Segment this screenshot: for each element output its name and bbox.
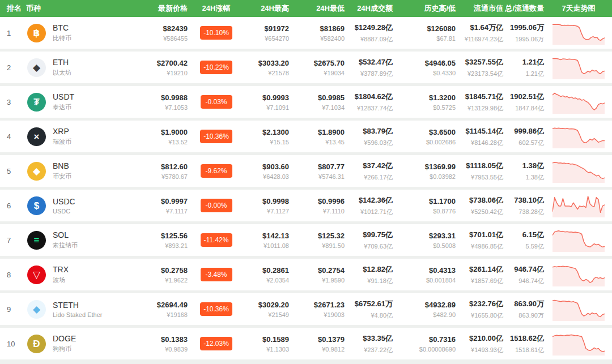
mcap-usd: $738.06亿 xyxy=(457,195,503,205)
low-usd: $2671.23 xyxy=(290,301,345,309)
coin-cell: Ð DOGE 狗狗币 xyxy=(23,334,136,353)
header-24h-volume[interactable]: 24H成交额 xyxy=(346,3,394,14)
volume-cny: ¥596.03亿 xyxy=(346,139,393,147)
high-usd: $2.1300 xyxy=(244,128,289,136)
hist-high-low-cell: $1.3200 $0.5725 xyxy=(394,93,457,111)
supply-circulating: 738.28亿 xyxy=(504,208,544,216)
trend-cell xyxy=(545,122,612,151)
coin-names: XRP 瑞波币 xyxy=(53,127,71,146)
market-cap-cell: $1.64万亿 ¥116974.23亿 xyxy=(457,23,504,44)
coin-symbol: STETH xyxy=(53,301,102,310)
sparkline-chart xyxy=(552,88,605,114)
header-24h-low[interactable]: 24H最低 xyxy=(290,3,346,14)
hist-low: $0.8776 xyxy=(394,208,456,215)
change-badge: -11.42% xyxy=(201,233,232,247)
high-usd: $903.60 xyxy=(244,162,289,171)
sparkline-chart xyxy=(552,53,605,79)
table-row[interactable]: 1 ฿ BTC 比特币 $82439 ¥586455 -10.10% $9197… xyxy=(0,17,612,49)
volume-usd: $83.79亿 xyxy=(346,126,393,136)
table-row[interactable]: 10 Ð DOGE 狗狗币 $0.1383 ¥0.9839 -12.03% $0… xyxy=(0,328,612,359)
table-row[interactable]: 4 × XRP 瑞波币 $1.9000 ¥13.52 -10.36% $2.13… xyxy=(0,121,612,152)
mcap-cny: ¥8146.28亿 xyxy=(457,139,503,147)
table-row[interactable]: 3 ₮ USDT 泰达币 $0.9988 ¥7.1053 -0.03% $0.9… xyxy=(0,86,612,118)
header-market-cap[interactable]: 流通市值 xyxy=(457,3,504,14)
coin-names: USDC USDC xyxy=(53,197,75,215)
header-rank[interactable]: 排名 xyxy=(0,3,23,14)
sparkline-chart xyxy=(552,191,605,217)
high-cny: ¥21578 xyxy=(244,70,289,76)
header-supply[interactable]: 总/流通数量 xyxy=(504,3,545,14)
change-badge: -12.03% xyxy=(200,337,232,350)
low-usd: $0.9996 xyxy=(290,197,345,205)
change-badge: -0.03% xyxy=(201,95,232,109)
high-usd: $0.1589 xyxy=(244,335,289,344)
sparkline-chart xyxy=(552,260,605,286)
coin-symbol: SOL xyxy=(53,230,78,239)
price-usd: $82439 xyxy=(136,24,188,33)
low-cny: ¥19003 xyxy=(290,311,345,318)
change-cell: -10.10% xyxy=(189,26,244,40)
price-usd: $0.9988 xyxy=(136,93,188,102)
trend-cell xyxy=(545,295,612,323)
table-row[interactable]: 8 ▽ TRX 波场 $0.2758 ¥1.9622 -3.48% $0.286… xyxy=(0,259,612,290)
coin-names: SOL 索拉纳币 xyxy=(53,230,78,250)
header-hist-high-low[interactable]: 历史高/低 xyxy=(394,3,457,14)
change-badge: -10.22% xyxy=(200,61,232,74)
supply-cell: 946.74亿 946.74亿 xyxy=(504,264,545,285)
supply-total: 1.21亿 xyxy=(504,57,544,67)
volume-usd: $1804.62亿 xyxy=(346,92,393,102)
header-latest-price[interactable]: 最新价格 xyxy=(136,3,189,14)
coin-fullname: 狗狗币 xyxy=(53,345,76,353)
table-row[interactable]: 2 ◆ ETH 以太坊 $2700.42 ¥19210 -10.22% $303… xyxy=(0,52,612,83)
low-cell: $0.2754 ¥1.9590 xyxy=(290,266,346,284)
hist-low: $0.001804 xyxy=(394,277,456,284)
coin-cell: ◆ BNB 币安币 xyxy=(23,161,136,181)
coin-fullname: 泰达币 xyxy=(53,103,74,112)
coin-icon: ฿ xyxy=(27,24,46,42)
latest-price-cell: $82439 ¥586455 xyxy=(136,24,189,42)
latest-price-cell: $1.9000 ¥13.52 xyxy=(136,128,189,145)
table-row[interactable]: 7 ≡ SOL 索拉纳币 $125.56 ¥893.21 -11.42% $14… xyxy=(0,224,612,256)
change-cell: -9.62% xyxy=(189,164,244,178)
header-7d-trend[interactable]: 7天走势图 xyxy=(545,3,612,14)
header-coin[interactable]: 币种 xyxy=(23,3,136,14)
volume-cell: $1249.28亿 ¥8887.09亿 xyxy=(346,23,394,44)
high-usd: $0.9993 xyxy=(244,93,289,102)
trend-cell xyxy=(545,88,612,116)
trend-cell xyxy=(545,191,612,220)
header-24h-change[interactable]: 24H涨幅 xyxy=(189,3,244,14)
volume-cell: $83.79亿 ¥596.03亿 xyxy=(346,126,394,147)
change-cell: -0.03% xyxy=(189,95,244,109)
hist-high-low-cell: $293.31 $0.5008 xyxy=(394,232,457,249)
coin-icon-glyph: ▽ xyxy=(33,270,40,280)
hist-low: $67.81 xyxy=(394,35,456,42)
hist-high: $0.7316 xyxy=(394,335,456,344)
trend-cell xyxy=(545,157,612,185)
coin-cell: ▽ TRX 波场 xyxy=(23,265,136,284)
coin-icon-glyph: Ð xyxy=(33,339,40,349)
low-usd: $125.32 xyxy=(290,232,345,240)
hist-high: $4932.89 xyxy=(394,301,456,309)
volume-cell: $1804.62亿 ¥12837.74亿 xyxy=(346,92,394,113)
high-cell: $0.9993 ¥7.1091 xyxy=(244,93,290,111)
trend-cell xyxy=(545,260,612,289)
supply-total: 738.10亿 xyxy=(504,195,544,205)
table-row[interactable]: 6 $ USDC USDC $0.9997 ¥7.1117 -0.00% $0.… xyxy=(0,190,612,221)
sparkline-chart xyxy=(552,19,605,45)
supply-cell: 1518.62亿 1518.61亿 xyxy=(504,333,545,354)
mcap-cny: ¥23173.54亿 xyxy=(457,70,503,78)
high-cny: ¥6428.03 xyxy=(244,173,289,180)
mcap-cny: ¥7953.55亿 xyxy=(457,173,503,182)
coin-symbol: DOGE xyxy=(53,334,76,343)
high-cell: $2.1300 ¥15.15 xyxy=(244,128,290,145)
coin-names: STETH Lido Staked Ether xyxy=(53,301,102,318)
coin-symbol: TRX xyxy=(53,265,69,274)
coin-fullname: 索拉纳币 xyxy=(53,241,78,250)
table-row[interactable]: 5 ◆ BNB 币安币 $812.60 ¥5780.67 -9.62% $903… xyxy=(0,155,612,187)
low-cell: $125.32 ¥891.50 xyxy=(290,232,346,249)
price-cny: ¥13.52 xyxy=(136,139,188,145)
high-usd: $3033.20 xyxy=(244,59,289,67)
header-24h-high[interactable]: 24H最高 xyxy=(244,3,290,14)
market-cap-cell: $701.01亿 ¥4986.85亿 xyxy=(457,230,504,251)
table-row[interactable]: 9 ◆ STETH Lido Staked Ether $2694.49 ¥19… xyxy=(0,293,612,325)
